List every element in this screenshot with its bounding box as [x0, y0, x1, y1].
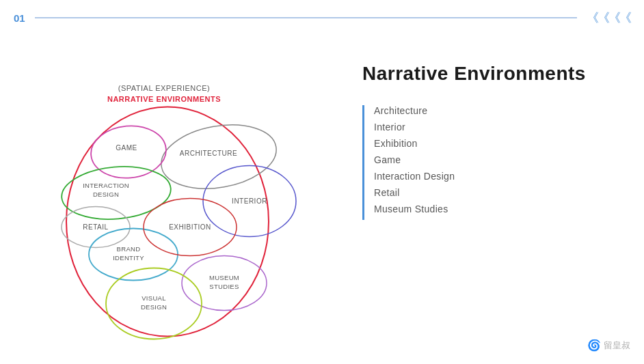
list-item: Game	[374, 154, 617, 165]
list-item: Interaction Design	[374, 171, 617, 182]
svg-text:BRAND: BRAND	[117, 245, 141, 253]
svg-text:DESIGN: DESIGN	[141, 303, 167, 311]
svg-text:DESIGN: DESIGN	[93, 191, 119, 198]
discipline-list: ArchitectureInteriorExhibitionGameIntera…	[362, 105, 617, 220]
svg-text:INTERIOR: INTERIOR	[232, 197, 267, 205]
header: 01 《《《《	[0, 0, 644, 36]
slide-number: 01	[14, 12, 25, 24]
svg-text:MUSEUM: MUSEUM	[209, 274, 239, 281]
watermark-icon: 🌀	[587, 339, 601, 352]
svg-text:INTERACTION: INTERACTION	[83, 182, 129, 189]
list-item: Architecture	[374, 105, 617, 116]
watermark-text: 留皇叔	[604, 339, 630, 352]
panel-title: Narrative Environments	[362, 63, 617, 85]
list-item: Interior	[374, 122, 617, 132]
main-content: (SPATIAL EXPERIENCE) NARRATIVE ENVIRONME…	[0, 36, 644, 364]
svg-text:(SPATIAL EXPERIENCE): (SPATIAL EXPERIENCE)	[118, 84, 211, 92]
svg-text:ARCHITECTURE: ARCHITECTURE	[180, 150, 237, 157]
navigation-arrows[interactable]: 《《《《	[587, 10, 630, 26]
svg-point-2	[66, 107, 269, 337]
svg-text:GAME: GAME	[116, 144, 137, 152]
watermark: 🌀 留皇叔	[587, 339, 630, 352]
list-item: Museum Studies	[374, 204, 617, 214]
svg-text:EXHIBITION: EXHIBITION	[169, 223, 211, 231]
list-item: Exhibition	[374, 138, 617, 149]
venn-diagram: (SPATIAL EXPERIENCE) NARRATIVE ENVIRONME…	[7, 36, 335, 364]
list-item: Retail	[374, 187, 617, 198]
info-panel: Narrative Environments ArchitectureInter…	[335, 36, 637, 364]
svg-text:VISUAL: VISUAL	[142, 294, 166, 302]
svg-text:STUDIES: STUDIES	[209, 283, 239, 290]
svg-text:RETAIL: RETAIL	[83, 223, 108, 231]
header-line	[35, 17, 577, 18]
svg-point-3	[156, 116, 281, 197]
svg-text:IDENTITY: IDENTITY	[113, 254, 144, 262]
svg-text:NARRATIVE ENVIRONMENTS: NARRATIVE ENVIRONMENTS	[107, 95, 221, 103]
